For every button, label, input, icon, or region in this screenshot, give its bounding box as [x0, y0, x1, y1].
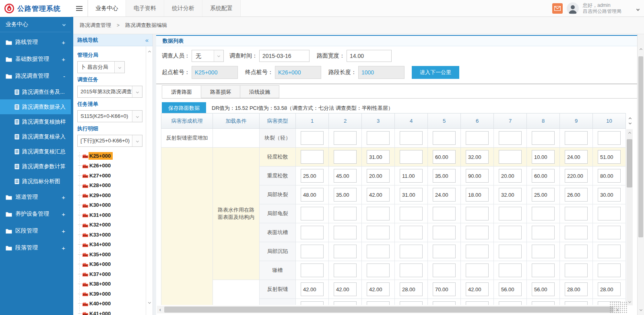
- select-chevron-down-icon[interactable]: [132, 111, 142, 122]
- tree-item-K33+000[interactable]: K33+000: [78, 230, 142, 240]
- sidebar-item-路况调查参数计算[interactable]: 路况调查参数计算: [0, 159, 71, 174]
- filter-select-调查任务[interactable]: 2015年第3次路况调查: [77, 86, 142, 98]
- tab-沿线设施[interactable]: 沿线设施: [240, 85, 279, 98]
- damage-value-input[interactable]: [532, 131, 555, 145]
- damage-value-input[interactable]: [367, 131, 390, 145]
- damage-value-input[interactable]: [367, 282, 390, 296]
- damage-value-input[interactable]: [367, 264, 390, 277]
- user-avatar[interactable]: [567, 2, 579, 14]
- select-chevron-down-icon[interactable]: [114, 62, 124, 73]
- tree-item-K39+000[interactable]: K39+000: [78, 289, 142, 299]
- tab-沥青路面[interactable]: 沥青路面: [162, 85, 201, 98]
- sidebar-group-区段管理[interactable]: 区段管理+: [0, 222, 71, 239]
- damage-value-input[interactable]: [598, 226, 621, 239]
- damage-value-input[interactable]: [400, 226, 423, 239]
- damage-value-input[interactable]: [598, 264, 621, 277]
- select-chevron-down-icon[interactable]: [132, 86, 142, 97]
- damage-value-input[interactable]: [367, 226, 390, 239]
- page-scroll-up-icon[interactable]: [638, 46, 644, 53]
- damage-value-input[interactable]: [466, 301, 489, 305]
- tree-item-K37+000[interactable]: K37+000: [78, 269, 142, 279]
- sidebar-group-路线管理[interactable]: 路线管理+: [0, 34, 71, 51]
- route-nav-scrollbar[interactable]: [146, 46, 153, 315]
- tree-item-K34+000[interactable]: K34+000: [78, 240, 142, 250]
- damage-value-input[interactable]: [565, 282, 588, 296]
- damage-value-input[interactable]: [334, 301, 357, 305]
- expand-toggle-icon[interactable]: +: [62, 39, 65, 46]
- panel-collapse-icon[interactable]: «: [145, 37, 149, 43]
- topnav-item-业务中心[interactable]: 业务中心: [88, 0, 126, 16]
- damage-value-input[interactable]: [466, 245, 489, 258]
- damage-value-input[interactable]: [532, 188, 555, 202]
- page-scroll-down-icon[interactable]: [638, 306, 644, 313]
- tree-item-K28+000[interactable]: K28+000: [78, 181, 142, 191]
- damage-value-input[interactable]: [400, 282, 423, 296]
- sidebar-group-段落管理[interactable]: 段落管理+: [0, 239, 71, 256]
- damage-value-input[interactable]: [400, 301, 423, 305]
- damage-value-input[interactable]: [334, 188, 357, 202]
- damage-value-input[interactable]: [565, 131, 588, 145]
- sidebar-group-基础数据管理[interactable]: 基础数据管理+: [0, 51, 71, 68]
- damage-value-input[interactable]: [400, 207, 423, 220]
- damage-value-input[interactable]: [466, 169, 489, 183]
- filter-select-管理分局[interactable]: 卜 昌吉分局: [77, 61, 125, 73]
- damage-value-input[interactable]: [532, 207, 555, 220]
- damage-value-input[interactable]: [565, 207, 588, 220]
- damage-value-input[interactable]: [334, 226, 357, 239]
- sidebar-item-路况调查复核录入[interactable]: 路况调查复核录入: [0, 129, 71, 144]
- damage-value-input[interactable]: [334, 282, 357, 296]
- damage-value-input[interactable]: [367, 245, 390, 258]
- damage-value-input[interactable]: [334, 245, 357, 258]
- damage-value-input[interactable]: [301, 264, 324, 277]
- expand-toggle-icon[interactable]: +: [62, 245, 65, 251]
- damage-value-input[interactable]: [433, 188, 456, 202]
- page-scroll-thumb[interactable]: [638, 56, 643, 237]
- page-vertical-scrollbar[interactable]: [637, 34, 644, 315]
- menu-toggle-button[interactable]: [71, 0, 88, 16]
- filter-select-任务清单[interactable]: S115(K25+0-K66+0): [77, 110, 142, 122]
- damage-value-input[interactable]: [532, 264, 555, 277]
- damage-value-input[interactable]: [466, 226, 489, 239]
- damage-value-input[interactable]: [565, 188, 588, 202]
- damage-value-input[interactable]: [433, 207, 456, 220]
- damage-value-input[interactable]: [499, 282, 522, 296]
- breadcrumb-item[interactable]: 路况调查管理: [80, 22, 111, 29]
- next-kilometer-button[interactable]: 进入下一公里: [412, 66, 459, 79]
- damage-value-input[interactable]: [532, 282, 555, 296]
- damage-value-input[interactable]: [499, 264, 522, 277]
- damage-value-input[interactable]: [400, 245, 423, 258]
- damage-value-input[interactable]: [565, 301, 588, 305]
- road-width-input[interactable]: [347, 50, 392, 62]
- start-stake-input[interactable]: [192, 66, 238, 79]
- sidebar-group-路况调查管理[interactable]: 路况调查管理-: [0, 68, 71, 84]
- damage-value-input[interactable]: [433, 169, 456, 183]
- table-scroll-down-icon[interactable]: [626, 298, 633, 305]
- tree-item-K25+000[interactable]: K25+000: [78, 151, 142, 161]
- expand-toggle-icon[interactable]: +: [62, 56, 65, 63]
- damage-value-input[interactable]: [400, 264, 423, 277]
- table-vertical-scrollbar[interactable]: [626, 129, 633, 305]
- damage-value-input[interactable]: [433, 226, 456, 239]
- damage-value-input[interactable]: [367, 207, 390, 220]
- damage-value-input[interactable]: [499, 169, 522, 183]
- expand-toggle-icon[interactable]: +: [62, 228, 65, 235]
- damage-value-input[interactable]: [499, 131, 522, 145]
- filter-select-执行明细[interactable]: [下行](K25+0-K66+0): [77, 135, 142, 147]
- select-chevron-down-icon[interactable]: [132, 135, 142, 146]
- damage-value-input[interactable]: [499, 226, 522, 239]
- tree-item-K38+000[interactable]: K38+000: [78, 279, 142, 289]
- sidebar-header[interactable]: 业务中心: [0, 17, 71, 32]
- sidebar-group-巡道管理[interactable]: 巡道管理+: [0, 189, 71, 206]
- damage-value-input[interactable]: [499, 150, 522, 164]
- tree-item-K35+000[interactable]: K35+000: [78, 249, 142, 259]
- damage-value-input[interactable]: [532, 226, 555, 239]
- damage-value-input[interactable]: [532, 169, 555, 183]
- damage-value-input[interactable]: [433, 264, 456, 277]
- scroll-down-icon[interactable]: [146, 299, 153, 305]
- damage-value-input[interactable]: [565, 226, 588, 239]
- damage-value-input[interactable]: [532, 301, 555, 305]
- damage-value-input[interactable]: [499, 301, 522, 305]
- damage-value-input[interactable]: [466, 207, 489, 220]
- tab-路基损坏[interactable]: 路基损坏: [201, 85, 240, 98]
- user-info[interactable]: 您好，admin 昌吉州公路管理局: [583, 2, 621, 14]
